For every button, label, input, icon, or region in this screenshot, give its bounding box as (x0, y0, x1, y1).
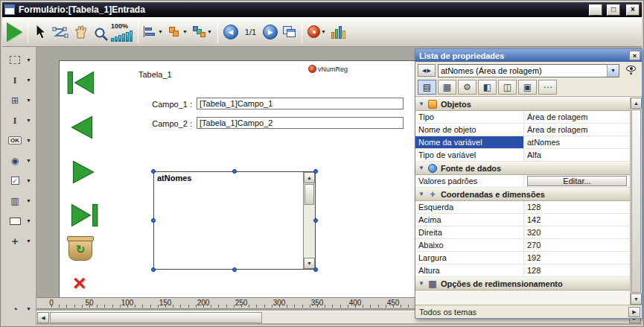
tab-events[interactable]: ◫ (498, 80, 517, 95)
chevron-down-icon[interactable]: ▼ (321, 29, 326, 34)
next-page-button[interactable]: ▶ (263, 25, 278, 39)
next-record-button[interactable] (66, 158, 100, 186)
chevron-down-icon[interactable]: ▼ (26, 198, 31, 203)
scroll-up-icon[interactable]: ▲ (304, 172, 315, 183)
section-header-objects[interactable]: ▼ Objetos (415, 98, 630, 111)
chevron-down-icon[interactable]: ▼ (26, 77, 31, 83)
form-events-button[interactable]: ▼ (307, 25, 326, 38)
property-label[interactable]: Valores padrões (415, 175, 524, 187)
property-label[interactable]: Tipo (415, 111, 524, 123)
property-label[interactable]: Altura (415, 264, 524, 276)
chevron-down-icon[interactable]: ▼ (607, 65, 619, 77)
close-button[interactable]: × (626, 4, 640, 16)
campo1-label-object[interactable]: Campo_1 : (143, 100, 192, 109)
property-value[interactable]: 320 (524, 226, 630, 238)
chevron-down-icon[interactable]: ▼ (26, 306, 31, 311)
property-value[interactable]: Área de rolagem (524, 111, 630, 123)
scroll-left-icon[interactable]: ◀ (37, 312, 49, 323)
property-label[interactable]: Largura (415, 252, 524, 264)
selection-handle[interactable] (313, 267, 318, 272)
scrollbar-thumb[interactable] (305, 184, 314, 205)
section-header-resizing-options[interactable]: ▼ ▦ Opções de redimensionamento (415, 277, 630, 291)
duplicate-objects-button[interactable]: ▼ (168, 26, 188, 37)
scroll-area-object[interactable]: atNomes ▲ ▼ (153, 171, 316, 270)
run-form-button[interactable] (7, 22, 22, 42)
scroll-down-icon[interactable]: ▼ (631, 293, 642, 305)
property-label[interactable]: Direita (415, 226, 524, 238)
section-header-data-source[interactable]: ▼ Fonte de dados (415, 162, 630, 175)
property-value[interactable]: Área de rolagem (524, 124, 630, 136)
chevron-down-icon[interactable]: ▼ (207, 29, 212, 34)
form-pages-button[interactable] (283, 26, 296, 38)
tab-more[interactable]: ⋯ (538, 80, 557, 95)
property-value[interactable]: Alfa (524, 149, 630, 161)
tool-active-object[interactable]: ▼ (7, 53, 31, 67)
pan-tool-button[interactable] (74, 25, 89, 39)
numreg-variable-object[interactable]: vNumReg (308, 65, 348, 73)
select-tool-button[interactable] (34, 24, 47, 40)
section-header-coordinates[interactable]: ▼ + Coordenadas e dimensões (415, 188, 630, 201)
tool-splitter[interactable]: +▼ (7, 234, 31, 248)
tab-appearance[interactable]: ▦ (438, 80, 456, 95)
property-value[interactable]: 270 (524, 239, 630, 251)
cancel-button-object[interactable]: × (73, 273, 86, 293)
selection-handle[interactable] (232, 169, 237, 174)
property-label[interactable]: Esquerda (415, 201, 524, 213)
selection-handle[interactable] (313, 218, 318, 223)
chevron-down-icon[interactable]: ▼ (26, 118, 31, 123)
tab-display[interactable]: ▣ (518, 80, 537, 95)
object-prev-next-button[interactable]: ◀ ▶ (418, 64, 436, 77)
property-list-close-button[interactable]: × (629, 51, 640, 60)
object-selector-dropdown[interactable]: atNomes (Área de rolagem) ▼ (438, 64, 619, 77)
tab-settings[interactable]: ⚙ (458, 80, 476, 95)
table-title-object[interactable]: Tabela_1 (138, 70, 172, 79)
first-record-button[interactable] (66, 69, 100, 97)
align-objects-button[interactable]: ▼ (144, 26, 163, 37)
previous-page-button[interactable]: ◀ (223, 25, 238, 39)
scrollbar-thumb[interactable] (631, 109, 641, 293)
chevron-down-icon[interactable]: ▼ (26, 138, 31, 143)
selection-handle[interactable] (151, 169, 156, 174)
tab-list-view[interactable]: ▤ (418, 80, 436, 95)
selection-handle[interactable] (151, 218, 156, 223)
property-value[interactable]: atNomes (524, 136, 630, 148)
selection-handle[interactable] (151, 267, 156, 272)
scrollbar-thumb[interactable] (50, 312, 262, 323)
tool-combo-box[interactable]: I▼ (7, 113, 31, 127)
edit-default-values-button[interactable]: Editar... (527, 176, 627, 186)
property-label[interactable]: Tipo de variável (415, 149, 524, 161)
tool-group-box[interactable]: ⊞▼ (7, 93, 31, 107)
chevron-down-icon[interactable]: ▼ (26, 57, 31, 63)
tool-rectangle[interactable]: ▼ (7, 214, 31, 228)
chevron-down-icon[interactable]: ▼ (26, 98, 31, 103)
tool-radio-button[interactable]: ◉▼ (7, 153, 31, 168)
chevron-down-icon[interactable]: ▼ (26, 238, 31, 244)
previous-record-button[interactable] (66, 113, 100, 142)
delete-record-button[interactable]: ↻ (68, 238, 92, 261)
property-value[interactable]: 142 (524, 214, 630, 226)
entry-order-tool-button[interactable] (52, 25, 68, 39)
property-label[interactable]: Nome da variável (415, 136, 524, 148)
object-level-button[interactable]: ▼ (193, 26, 212, 37)
property-value[interactable]: 192 (524, 252, 630, 264)
scroll-right-icon[interactable]: ▶ (628, 307, 640, 317)
chevron-down-icon[interactable]: ▼ (26, 158, 31, 163)
maximize-button[interactable]: □ (607, 4, 620, 16)
property-label[interactable]: Acima (415, 214, 524, 226)
property-value[interactable]: 128 (524, 201, 630, 213)
tool-text[interactable]: I▼ (7, 73, 31, 87)
chevron-down-icon[interactable]: ▼ (158, 29, 163, 34)
chevron-down-icon[interactable]: ▼ (26, 178, 31, 183)
last-record-button[interactable] (66, 201, 100, 229)
display-options-button[interactable] (331, 25, 345, 39)
tool-checkbox[interactable]: ✓▼ (7, 174, 31, 188)
chevron-down-icon[interactable]: ▼ (182, 29, 188, 34)
minimize-button[interactable]: _ (589, 4, 602, 16)
campo2-label-object[interactable]: Campo_2 : (143, 119, 192, 128)
zoom-scale-icon[interactable] (111, 31, 133, 42)
preview-toggle-button[interactable]: ▼ (622, 63, 640, 78)
zoom-control[interactable]: 100% (94, 22, 133, 42)
tool-list-box[interactable]: ▥▼ (7, 194, 31, 208)
campo2-field-object[interactable]: [Tabela_1]Campo_2 (197, 117, 404, 129)
scroll-down-icon[interactable]: ▼ (304, 258, 315, 269)
